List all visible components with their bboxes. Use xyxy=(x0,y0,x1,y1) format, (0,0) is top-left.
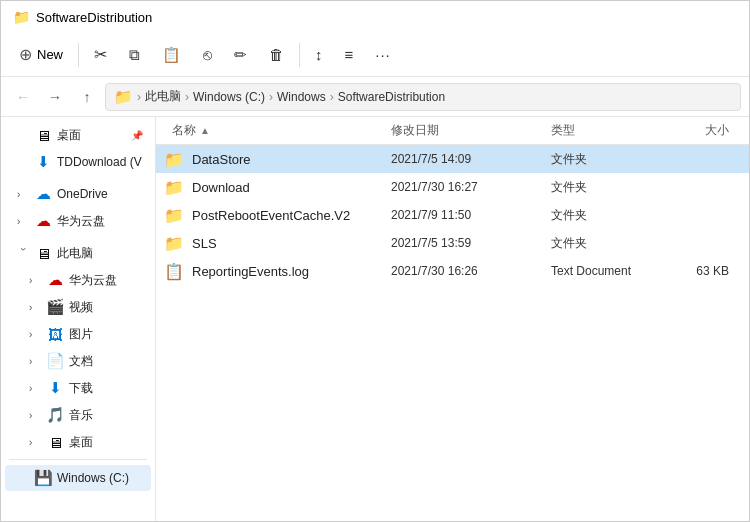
file-icon-reportingevents: 📋 xyxy=(164,262,184,281)
expand-arrow: › xyxy=(29,275,41,286)
title-bar-text: SoftwareDistribution xyxy=(36,10,152,25)
more-icon: ··· xyxy=(375,46,391,63)
column-size[interactable]: 大小 xyxy=(671,122,741,139)
title-bar: 📁 SoftwareDistribution xyxy=(1,1,749,33)
breadcrumb-windows-c[interactable]: Windows (C:) xyxy=(193,90,265,104)
breadcrumb-this-pc[interactable]: 此电脑 xyxy=(145,88,181,105)
sidebar-label-onedrive: OneDrive xyxy=(57,187,143,201)
file-name-sls: SLS xyxy=(190,236,391,251)
tddownload-icon: ⬇ xyxy=(34,153,52,171)
file-type-download: 文件夹 xyxy=(551,179,671,196)
file-date-reportingevents: 2021/7/30 16:26 xyxy=(391,264,551,278)
up-button[interactable]: ↑ xyxy=(73,83,101,111)
pictures-icon: 🖼 xyxy=(46,326,64,343)
file-row-download[interactable]: 📁 Download 2021/7/30 16:27 文件夹 xyxy=(156,173,749,201)
toolbar-separator-2 xyxy=(299,43,300,67)
column-type[interactable]: 类型 xyxy=(551,122,671,139)
view-button[interactable]: ≡ xyxy=(335,41,364,68)
share-icon: ⎋ xyxy=(203,46,212,63)
file-type-datastore: 文件夹 xyxy=(551,151,671,168)
title-bar-icon: 📁 xyxy=(13,9,30,25)
paste-button[interactable]: 📋 xyxy=(152,41,191,69)
sidebar-label-downloads: 下载 xyxy=(69,380,143,397)
sidebar-label-music: 音乐 xyxy=(69,407,143,424)
more-button[interactable]: ··· xyxy=(365,41,401,68)
file-row-reportingevents[interactable]: 📋 ReportingEvents.log 2021/7/30 16:26 Te… xyxy=(156,257,749,285)
sidebar-label-this-pc: 此电脑 xyxy=(57,245,143,262)
breadcrumb-sep-1: › xyxy=(185,90,189,104)
new-button[interactable]: ⊕ New xyxy=(9,40,73,69)
sidebar-label-video: 视频 xyxy=(69,299,143,316)
file-name-reportingevents: ReportingEvents.log xyxy=(190,264,391,279)
column-name[interactable]: 名称 ▲ xyxy=(164,122,391,139)
column-date-label: 修改日期 xyxy=(391,123,439,137)
file-rows-container: 📁 DataStore 2021/7/5 14:09 文件夹 📁 Downloa… xyxy=(156,145,749,285)
file-size-reportingevents: 63 KB xyxy=(671,264,741,278)
paste-icon: 📋 xyxy=(162,46,181,64)
forward-button[interactable]: → xyxy=(41,83,69,111)
windows-c-icon: 💾 xyxy=(34,469,52,487)
huawei-cloud2-icon: ☁ xyxy=(46,271,64,289)
back-button[interactable]: ← xyxy=(9,83,37,111)
file-row-postrebooteventcache[interactable]: 📁 PostRebootEventCache.V2 2021/7/9 11:50… xyxy=(156,201,749,229)
delete-icon: 🗑 xyxy=(269,46,284,63)
breadcrumb-softwaredistribution[interactable]: SoftwareDistribution xyxy=(338,90,445,104)
documents-icon: 📄 xyxy=(46,352,64,370)
expand-arrow: › xyxy=(29,329,41,340)
file-row-datastore[interactable]: 📁 DataStore 2021/7/5 14:09 文件夹 xyxy=(156,145,749,173)
sidebar-label-windows-c: Windows (C:) xyxy=(57,471,143,485)
expand-arrow: › xyxy=(17,216,29,227)
column-date[interactable]: 修改日期 xyxy=(391,122,551,139)
sidebar-label-documents: 文档 xyxy=(69,353,143,370)
cut-icon: ✂ xyxy=(94,45,107,64)
file-icon-postrebooteventcache: 📁 xyxy=(164,206,184,225)
share-button[interactable]: ⎋ xyxy=(193,41,222,68)
sidebar-label-huawei-cloud2: 华为云盘 xyxy=(69,272,143,289)
file-type-reportingevents: Text Document xyxy=(551,264,671,278)
copy-button[interactable]: ⧉ xyxy=(119,41,150,69)
sidebar-item-onedrive[interactable]: › ☁ OneDrive xyxy=(5,181,151,207)
delete-button[interactable]: 🗑 xyxy=(259,41,294,68)
breadcrumb-folder-icon: 📁 xyxy=(114,88,133,106)
music-icon: 🎵 xyxy=(46,406,64,424)
breadcrumb-windows[interactable]: Windows xyxy=(277,90,326,104)
rename-button[interactable]: ✏ xyxy=(224,41,257,69)
rename-icon: ✏ xyxy=(234,46,247,64)
sidebar-item-downloads[interactable]: › ⬇ 下载 xyxy=(5,375,151,401)
address-bar: ← → ↑ 📁 › 此电脑 › Windows (C:) › Windows ›… xyxy=(1,77,749,117)
file-icon-sls: 📁 xyxy=(164,234,184,253)
sidebar-item-desktop1[interactable]: 🖥 桌面 📌 xyxy=(5,122,151,148)
column-name-label: 名称 xyxy=(172,122,196,139)
sidebar-item-huawei-cloud2[interactable]: › ☁ 华为云盘 xyxy=(5,267,151,293)
file-row-sls[interactable]: 📁 SLS 2021/7/5 13:59 文件夹 xyxy=(156,229,749,257)
sidebar-label-desktop1: 桌面 xyxy=(57,127,126,144)
expand-arrow: › xyxy=(29,437,41,448)
cut-button[interactable]: ✂ xyxy=(84,40,117,69)
file-date-datastore: 2021/7/5 14:09 xyxy=(391,152,551,166)
sidebar-item-video[interactable]: › 🎬 视频 xyxy=(5,294,151,320)
sidebar-item-pictures[interactable]: › 🖼 图片 xyxy=(5,321,151,347)
file-date-sls: 2021/7/5 13:59 xyxy=(391,236,551,250)
main-layout: 🖥 桌面 📌 ⬇ TDDownload (V › ☁ OneDrive › ☁ … xyxy=(1,117,749,522)
expand-arrow: › xyxy=(29,302,41,313)
file-type-sls: 文件夹 xyxy=(551,235,671,252)
breadcrumb-sep-0: › xyxy=(137,90,141,104)
sort-button[interactable]: ↕ xyxy=(305,41,333,68)
breadcrumb-sep-3: › xyxy=(330,90,334,104)
expand-arrow: › xyxy=(29,356,41,367)
sort-arrow-icon: ▲ xyxy=(200,125,210,136)
file-icon-datastore: 📁 xyxy=(164,150,184,169)
file-date-download: 2021/7/30 16:27 xyxy=(391,180,551,194)
sidebar-label-desktop2: 桌面 xyxy=(69,434,143,451)
copy-icon: ⧉ xyxy=(129,46,140,64)
sidebar-item-documents[interactable]: › 📄 文档 xyxy=(5,348,151,374)
sidebar-item-music[interactable]: › 🎵 音乐 xyxy=(5,402,151,428)
sidebar-item-this-pc[interactable]: › 🖥 此电脑 xyxy=(5,240,151,266)
breadcrumb-sep-2: › xyxy=(269,90,273,104)
sidebar-item-huawei-cloud[interactable]: › ☁ 华为云盘 xyxy=(5,208,151,234)
sidebar: 🖥 桌面 📌 ⬇ TDDownload (V › ☁ OneDrive › ☁ … xyxy=(1,117,156,522)
sidebar-item-desktop2[interactable]: › 🖥 桌面 xyxy=(5,429,151,455)
sidebar-item-windows-c[interactable]: 💾 Windows (C:) xyxy=(5,465,151,491)
sidebar-item-tddownload[interactable]: ⬇ TDDownload (V xyxy=(5,149,151,175)
sidebar-label-huawei-cloud: 华为云盘 xyxy=(57,213,143,230)
